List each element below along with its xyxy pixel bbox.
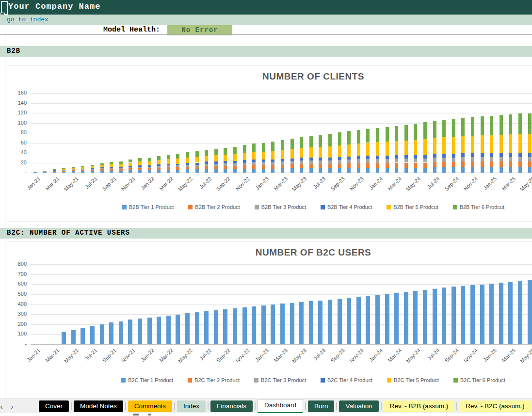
sheet-tab-index[interactable]: Index [177,400,206,412]
bar-segment [433,154,436,158]
bar-segment [509,134,512,153]
bar-segment [242,307,247,344]
bar-segment [214,169,218,173]
bar-segment [176,164,179,165]
bar-segment [110,169,113,171]
bar-segment [509,161,512,167]
section-title: B2B [7,47,20,55]
bar-segment [376,168,379,173]
bar-segment [157,164,161,166]
bar-segment [167,167,170,170]
bar-segment [376,163,379,168]
sheet-nav-right-arrow[interactable]: › [7,402,17,411]
sheet-tab-cover[interactable]: Cover [39,400,69,412]
gridline [31,284,532,285]
bar-segment [433,167,436,173]
tab-separator [125,402,126,410]
bar-segment [528,157,532,161]
bar-segment [81,169,84,170]
bar-segment [271,169,274,173]
bar-segment [300,148,303,158]
y-axis-tick-label: 300 [7,311,27,317]
legend-entry: B2B Tier 6 Prodcut [453,204,504,210]
bar-segment [129,168,132,170]
workbook-header-bar: Your Company Name [0,0,532,15]
sheet-tab-model-notes[interactable]: Model Notes [74,400,123,412]
bar-segment [281,159,284,161]
gridline [31,103,532,104]
bar-segment [119,164,123,167]
sheet-tab-rev-b2c-assum[interactable]: Rev. - B2C (assum.) [459,400,531,412]
bar-segment [357,159,360,163]
y-axis-tick-label: 100 [7,120,27,126]
bar-segment [500,161,503,167]
bar-segment [81,167,84,169]
bar-segment [72,169,75,169]
bar-segment [366,296,370,344]
bar-segment [157,168,161,170]
sheet-tab-financials[interactable]: Financials [210,400,253,412]
bar-segment [176,170,179,173]
sheet-tab-burn[interactable]: Burn [308,400,335,412]
legend-entry: B2C Tier 2 Product [188,377,240,383]
y-axis-tick-label: 80 [7,129,27,135]
tab-separator [456,402,457,410]
legend-swatch [188,378,192,383]
bar-segment [423,122,427,139]
bar-segment [271,165,274,169]
bar-segment [81,169,84,169]
sheet-tab-valuation[interactable]: Valuation [339,400,378,412]
bar-segment [110,164,113,167]
bar-segment [224,148,227,155]
bar-segment [328,164,332,168]
bar-segment [205,150,208,156]
chart-legend: B2C Tier 1 ProductB2C Tier 2 ProductB2C … [7,377,532,383]
bar-segment [233,166,237,169]
bar-segment [195,312,199,344]
bar-segment [386,168,389,173]
legend-label: B2B Tier 6 Prodcut [460,204,504,210]
legend-swatch [321,205,325,209]
bar-segment [414,140,417,155]
bar-segment [452,137,455,154]
bar-segment [252,160,256,162]
bar-segment [62,332,66,344]
y-axis-tick-label: 160 [7,90,27,96]
bar-segment [442,137,446,154]
bar-segment [186,152,189,158]
bar-segment [138,165,142,167]
y-axis-tick-label: 100 [7,331,27,336]
bar-segment [157,166,161,168]
bar-segment [224,155,227,161]
bar-segment [233,161,237,163]
bar-segment [338,168,341,173]
bar-segment [386,142,389,156]
bar-segment [91,170,94,171]
bar-segment [62,170,65,171]
bar-segment [176,159,179,163]
bar-segment [81,166,84,167]
legend-label: B2B Tier 2 Product [195,204,240,210]
bar-segment [528,161,532,167]
bar-segment [300,160,303,164]
bar-segment [43,172,47,173]
gridline [31,294,532,295]
sheet-tab-comments[interactable]: Comments [128,400,172,412]
bar-segment [376,159,379,163]
go-to-index-link[interactable]: go to index [7,16,48,23]
bar-segment [299,302,304,344]
x-axis-line [31,344,532,345]
bar-segment [338,157,341,160]
sheet-nav-left-arrow[interactable]: ‹ [0,402,7,411]
bar-segment [528,113,532,134]
bar-segment [290,168,294,173]
bar-segment [347,163,351,168]
bar-segment [404,125,408,141]
bar-segment [195,157,199,162]
bar-segment [186,163,189,165]
bar-segment [395,163,398,168]
sheet-tab-rev-b2b-assum[interactable]: Rev. - B2B (assum.) [384,400,455,412]
bar-segment [347,168,351,173]
sheet-tab-dashboard[interactable]: Dashboard [258,399,303,414]
legend-entry: B2B Tier 3 Product [255,204,306,210]
